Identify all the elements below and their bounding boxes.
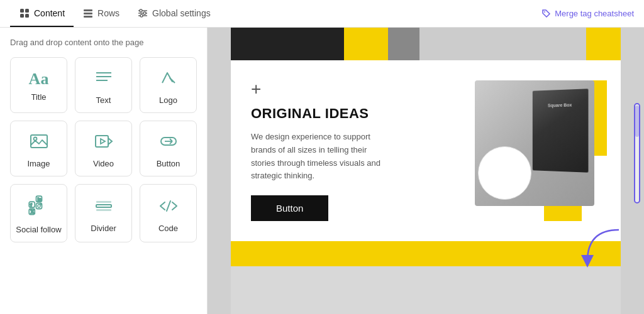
content-heading: ORIGINAL IDEAS — [251, 106, 460, 122]
svg-rect-19 — [96, 136, 108, 147]
button-icon — [158, 131, 179, 154]
card-video[interactable]: Video — [75, 121, 132, 176]
card-social-follow-label: Social follow — [16, 225, 61, 234]
tab-content[interactable]: Content — [10, 0, 74, 27]
svg-rect-5 — [84, 13, 92, 14]
card-button[interactable]: Button — [140, 121, 197, 176]
scrollbar-thumb — [635, 106, 639, 137]
merge-tag-text: Merge tag cheatsheet — [555, 9, 634, 18]
tag-icon — [542, 9, 551, 18]
svg-text:in: in — [37, 197, 41, 202]
svg-rect-35 — [96, 201, 111, 203]
scrollbar-track[interactable] — [634, 103, 640, 203]
svg-rect-36 — [96, 205, 111, 207]
code-icon — [158, 196, 179, 219]
content-grid: Aa Title Text — [10, 57, 197, 242]
video-icon — [94, 131, 114, 154]
canvas-area: + ORIGINAL IDEAS We design experience to… — [208, 28, 644, 314]
divider-icon — [94, 196, 114, 219]
arrow-annotation — [575, 224, 625, 276]
product-box-label: Square Box — [536, 102, 584, 109]
svg-point-12 — [140, 14, 143, 17]
sidebar: Drag and drop content onto the page Aa T… — [0, 28, 208, 314]
card-image[interactable]: Image — [10, 121, 67, 176]
tab-content-label: Content — [34, 8, 65, 18]
svg-rect-3 — [25, 14, 29, 18]
card-logo-label: Logo — [159, 95, 177, 105]
canvas-button[interactable]: Button — [251, 195, 328, 221]
sidebar-instruction: Drag and drop content onto the page — [10, 38, 197, 47]
svg-point-34 — [40, 204, 41, 205]
svg-rect-37 — [96, 209, 111, 211]
svg-text:f: f — [30, 202, 31, 208]
card-text[interactable]: Text — [75, 57, 132, 113]
content-right: Square Box — [475, 80, 601, 221]
card-code[interactable]: Code — [140, 184, 197, 242]
svg-rect-1 — [25, 9, 29, 13]
svg-rect-6 — [84, 16, 92, 18]
card-image-label: Image — [27, 159, 50, 168]
tab-global-settings[interactable]: Global settings — [128, 0, 219, 27]
svg-marker-21 — [101, 139, 105, 144]
top-bar — [231, 28, 621, 60]
svg-point-10 — [140, 9, 142, 12]
card-title[interactable]: Aa Title — [10, 57, 67, 113]
svg-rect-0 — [20, 9, 24, 13]
bottom-yellow-bar — [231, 241, 621, 266]
svg-rect-17 — [31, 135, 47, 148]
content-section: + ORIGINAL IDEAS We design experience to… — [231, 60, 621, 241]
page-wrapper: + ORIGINAL IDEAS We design experience to… — [231, 28, 621, 314]
grid-icon — [19, 8, 30, 19]
tab-global-settings-label: Global settings — [152, 8, 211, 18]
svg-rect-4 — [84, 9, 92, 11]
card-logo[interactable]: Logo — [140, 57, 197, 113]
card-code-label: Code — [158, 224, 178, 233]
card-divider-label: Divider — [91, 224, 116, 233]
svg-marker-20 — [108, 138, 112, 144]
svg-point-18 — [33, 138, 36, 141]
social-follow-icon: f in 𝕏 — [28, 195, 50, 220]
tab-rows-label: Rows — [97, 8, 119, 18]
rows-icon — [82, 8, 94, 19]
tab-rows[interactable]: Rows — [74, 0, 128, 27]
main-layout: Drag and drop content onto the page Aa T… — [0, 28, 644, 314]
svg-line-38 — [167, 201, 170, 211]
svg-text:𝕏: 𝕏 — [30, 209, 34, 215]
card-title-label: Title — [31, 92, 46, 102]
card-divider[interactable]: Divider — [75, 184, 132, 242]
svg-rect-2 — [20, 14, 24, 18]
title-icon: Aa — [29, 71, 49, 87]
svg-point-13 — [544, 11, 545, 13]
content-left: + ORIGINAL IDEAS We design experience to… — [251, 80, 460, 221]
image-icon — [29, 131, 49, 154]
product-image: Square Box — [475, 80, 594, 206]
card-button-label: Button — [157, 159, 180, 168]
card-text-label: Text — [96, 95, 111, 105]
svg-point-33 — [37, 205, 40, 208]
sliders-icon — [137, 8, 148, 19]
svg-point-11 — [143, 12, 146, 14]
card-video-label: Video — [93, 159, 114, 168]
merge-tag-link[interactable]: Merge tag cheatsheet — [542, 9, 634, 18]
plus-icon: + — [251, 80, 460, 98]
header: Content Rows Global settings — [0, 0, 644, 28]
card-social-follow[interactable]: f in 𝕏 Social follow — [10, 184, 67, 242]
content-body: We design experience to support brands o… — [251, 131, 389, 183]
logo-icon — [158, 68, 179, 90]
text-icon — [94, 68, 114, 90]
